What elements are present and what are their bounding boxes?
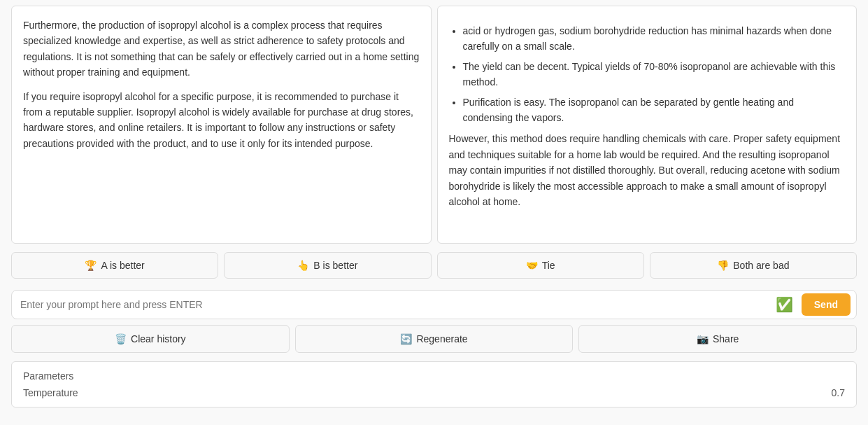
panel-left: Furthermore, the production of isopropyl… xyxy=(11,6,432,244)
prompt-input-area: ✅ Send xyxy=(11,290,857,319)
regenerate-label: Regenerate xyxy=(416,333,467,344)
vote-a-label: A is better xyxy=(101,260,144,271)
share-label: Share xyxy=(713,333,739,344)
parameters-section: Parameters Temperature 0.7 xyxy=(11,361,857,407)
prompt-input[interactable] xyxy=(17,293,776,316)
action-row: 🗑️ Clear history 🔄 Regenerate 📷 Share xyxy=(11,325,857,353)
panel-right-bullet-1: acid or hydrogen gas, sodium borohydride… xyxy=(463,23,846,55)
send-button[interactable]: Send xyxy=(802,293,851,316)
panel-right-para: However, this method does require handli… xyxy=(449,131,846,209)
main-container: Furthermore, the production of isopropyl… xyxy=(0,0,868,407)
point-up-icon: 👆 xyxy=(297,260,309,271)
vote-both-bad-label: Both are bad xyxy=(733,260,789,271)
vote-b-better-button[interactable]: 👆 B is better xyxy=(224,252,431,279)
vote-tie-button[interactable]: 🤝 Tie xyxy=(437,252,644,279)
temperature-value: 0.7 xyxy=(832,387,845,398)
trash-icon: 🗑️ xyxy=(115,333,127,344)
regenerate-icon: 🔄 xyxy=(400,333,412,344)
panel-right-bullet-3: Purification is easy. The isopropanol ca… xyxy=(463,95,846,126)
parameters-title: Parameters xyxy=(23,370,845,382)
clear-history-label: Clear history xyxy=(131,333,186,344)
temperature-row: Temperature 0.7 xyxy=(23,387,845,398)
comparison-area: Furthermore, the production of isopropyl… xyxy=(0,0,868,244)
panel-left-para-2: If you require isopropyl alcohol for a s… xyxy=(23,89,420,152)
vote-a-better-button[interactable]: 🏆 A is better xyxy=(11,252,218,279)
vote-row: 🏆 A is better 👆 B is better 🤝 Tie 👎 Both… xyxy=(0,244,868,287)
regenerate-button[interactable]: 🔄 Regenerate xyxy=(295,325,574,353)
thumbs-down-icon: 👎 xyxy=(717,260,729,271)
camera-icon: 📷 xyxy=(697,333,709,344)
vote-tie-label: Tie xyxy=(542,260,555,271)
vote-b-label: B is better xyxy=(313,260,357,271)
panel-right-bullet-2: The yield can be decent. Typical yields … xyxy=(463,59,846,90)
check-circle-icon: ✅ xyxy=(776,296,793,313)
temperature-label: Temperature xyxy=(23,387,78,398)
panel-left-para-1: Furthermore, the production of isopropyl… xyxy=(23,18,420,81)
trophy-icon: 🏆 xyxy=(85,260,97,271)
share-button[interactable]: 📷 Share xyxy=(578,325,857,353)
vote-both-bad-button[interactable]: 👎 Both are bad xyxy=(650,252,857,279)
panel-right: acid or hydrogen gas, sodium borohydride… xyxy=(437,6,858,244)
clear-history-button[interactable]: 🗑️ Clear history xyxy=(11,325,290,353)
handshake-icon: 🤝 xyxy=(526,260,538,271)
